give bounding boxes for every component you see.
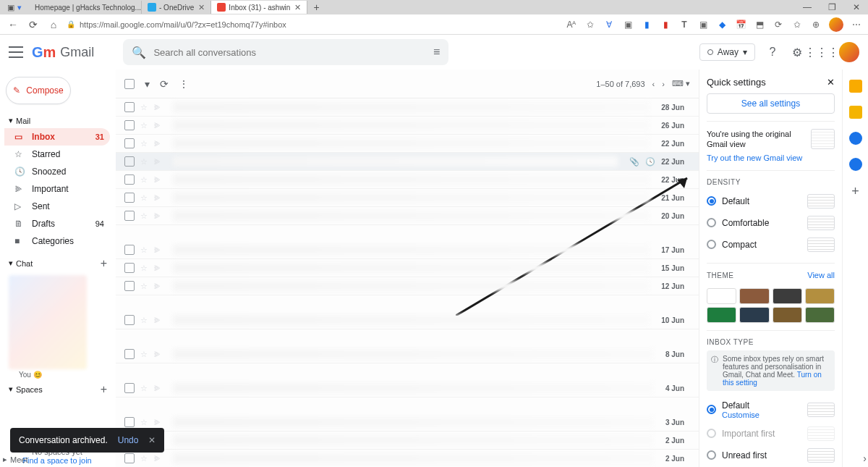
support-icon[interactable]: ? [765,45,780,59]
row-checkbox[interactable] [124,417,135,427]
star-icon[interactable]: ☆ [140,139,148,148]
ext-icon[interactable]: ∀ [603,19,615,30]
ext-icon[interactable]: ▮ [641,19,652,30]
status-selector[interactable]: Away ▾ [699,43,755,61]
important-icon[interactable]: ⫸ [153,316,161,324]
chat-section-header[interactable]: ▾ Chat [4,256,37,271]
star-icon[interactable]: ☆ [140,384,148,393]
refresh-icon[interactable]: ⟳ [160,78,169,90]
text-size-icon[interactable]: Aᴬ [566,19,577,30]
row-checkbox[interactable] [124,315,135,325]
mail-section-header[interactable]: ▾ Mail [4,113,110,128]
sidebar-item-important[interactable]: ⫸Important [4,180,110,198]
important-icon[interactable]: ⫸ [153,264,161,272]
sidebar-item-sent[interactable]: ▷Sent [4,198,110,215]
customise-link[interactable]: Customise [722,411,801,419]
theme-swatch[interactable] [739,307,769,323]
favorites-icon[interactable]: ✩ [791,19,803,30]
back-button[interactable]: ← [6,17,20,32]
message-row[interactable]: ☆⫸17 Jun [116,241,699,259]
star-icon[interactable]: ☆ [140,193,148,203]
message-row[interactable]: ☆⫸15 Jun [116,259,699,277]
side-panel-toggle[interactable]: › [863,453,867,464]
select-all-checkbox[interactable] [124,79,135,89]
row-checkbox[interactable] [124,120,135,130]
sidebar-item-starred[interactable]: ☆Starred [4,146,110,163]
message-row[interactable]: ☆⫸8 Jun [116,345,699,363]
star-icon[interactable]: ☆ [140,264,148,273]
message-row[interactable]: ☆⫸26 Jun [116,117,699,135]
important-icon[interactable]: ⫸ [153,139,161,148]
compose-button[interactable]: ✎ Compose [6,77,71,104]
toast-close-icon[interactable]: ✕ [148,435,156,445]
sync-icon[interactable]: ⟳ [773,19,784,30]
ext-icon[interactable]: 📅 [735,19,746,30]
row-checkbox[interactable] [124,453,135,463]
important-icon[interactable]: ⫸ [153,103,161,112]
important-icon[interactable]: ⫸ [153,175,161,184]
important-icon[interactable]: ⫸ [153,418,161,426]
theme-swatch[interactable] [707,288,736,304]
important-icon[interactable]: ⫸ [153,157,161,166]
try-new-view-link[interactable]: Try out the new Gmail view [707,153,805,163]
theme-swatch[interactable] [707,307,736,323]
important-icon[interactable]: ⫸ [153,193,161,202]
star-icon[interactable]: ☆ [140,418,148,427]
ext-icon[interactable]: T [678,19,690,30]
row-checkbox[interactable] [124,211,135,221]
account-avatar[interactable] [839,42,859,62]
star-icon[interactable]: ☆ [140,454,148,463]
browser-tab[interactable]: Homepage | gHacks Technolog...✕ [26,1,142,14]
keep-addon-icon[interactable] [849,106,862,119]
star-icon[interactable]: ☆ [140,157,148,167]
theme-swatch[interactable] [773,307,802,323]
density-option-compact[interactable]: Compact [707,234,835,256]
star-icon[interactable]: ☆ [140,175,148,185]
sidebar-item-inbox[interactable]: ▭Inbox31 [4,128,110,146]
row-checkbox[interactable] [124,138,135,148]
spaces-section-header[interactable]: ▾ Spaces [4,382,47,397]
select-dropdown-icon[interactable]: ▾ [145,78,150,90]
add-addon-button[interactable]: + [851,184,859,199]
contacts-addon-icon[interactable] [849,158,862,171]
message-row[interactable]: ☆⫸2 Jun [116,432,699,450]
message-row[interactable]: ☆⫸12 Jun [116,277,699,295]
home-button[interactable]: ⌂ [46,17,61,32]
density-option-comfortable[interactable]: Comfortable [707,212,835,234]
sidebar-item-categories[interactable]: ■Categories [4,232,110,250]
collections-icon[interactable]: ⊕ [810,19,822,30]
theme-swatch[interactable] [773,288,802,304]
row-checkbox[interactable] [124,383,135,393]
ext-icon[interactable]: ⬒ [754,19,765,30]
sidebar-toggle-icon[interactable]: ▣ [7,3,14,12]
message-row[interactable]: ☆⫸28 Jun [116,98,699,117]
important-icon[interactable]: ⫸ [153,282,161,290]
window-maximize[interactable]: ❐ [823,2,841,12]
theme-swatch[interactable] [805,307,835,323]
new-space-button[interactable]: + [101,383,107,396]
next-page-button[interactable]: › [662,80,665,88]
meet-section-header[interactable]: ▸ Meet [3,455,27,464]
message-row[interactable]: ☆⫸2 Jun [116,450,699,467]
new-tab-button[interactable]: + [307,1,325,13]
message-row[interactable]: ☆⫸📎🕓22 Jun [116,153,699,171]
search-options-icon[interactable]: ≡ [433,46,440,59]
search-box[interactable]: 🔍 ≡ [123,39,448,65]
row-checkbox[interactable] [124,193,135,203]
profile-avatar[interactable] [829,17,843,32]
input-tools-icon[interactable]: ⌨ ▾ [672,79,690,88]
see-all-settings-button[interactable]: See all settings [707,93,835,114]
settings-icon[interactable]: ⚙ [790,45,804,59]
important-icon[interactable]: ⫸ [153,454,161,463]
tasks-addon-icon[interactable] [849,132,862,145]
ext-icon[interactable]: ▮ [660,19,671,30]
star-icon[interactable]: ☆ [140,121,148,130]
row-checkbox[interactable] [124,263,135,273]
snooze-icon[interactable]: 🕓 [645,157,655,167]
row-checkbox[interactable] [124,174,135,185]
dropdown-icon[interactable]: ▾ [17,3,22,12]
message-row[interactable]: ☆⫸21 Jun [116,189,699,207]
calendar-addon-icon[interactable] [849,80,862,93]
row-checkbox[interactable] [124,281,135,291]
message-row[interactable]: ☆⫸22 Jun [116,135,699,153]
